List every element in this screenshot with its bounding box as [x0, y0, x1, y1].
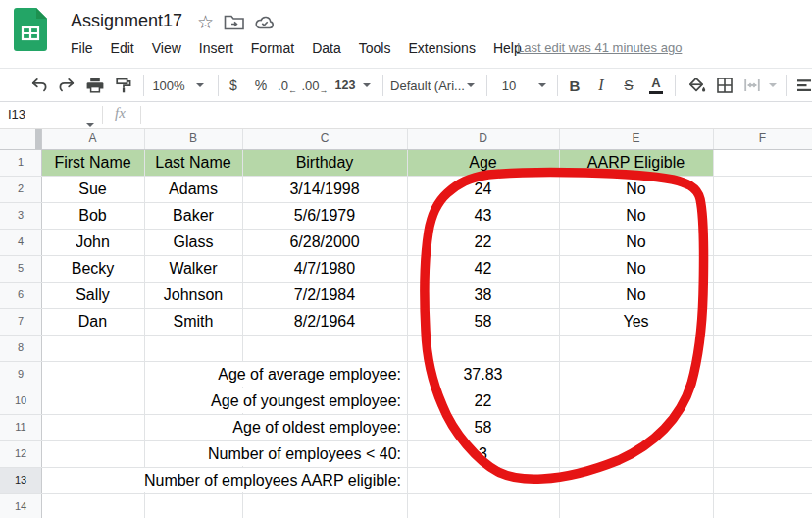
menu-extensions[interactable]: Extensions	[399, 38, 483, 58]
font-size-caret-icon[interactable]	[538, 83, 546, 87]
column-header-c[interactable]: C	[243, 129, 406, 149]
undo-button[interactable]	[29, 76, 49, 95]
format-percent-button[interactable]: %	[255, 78, 267, 93]
menu-tools[interactable]: Tools	[350, 38, 400, 58]
cell-b7[interactable]: Smith	[145, 308, 241, 335]
row-header-5[interactable]: 5	[0, 255, 41, 282]
number-format-button[interactable]: 123	[335, 78, 356, 92]
row-header-11[interactable]: 11	[0, 414, 41, 440]
row-header-6[interactable]: 6	[0, 282, 41, 308]
row-header-2[interactable]: 2	[0, 176, 41, 202]
cell-d11[interactable]: 58	[408, 414, 558, 440]
number-format-caret-icon[interactable]	[363, 83, 371, 87]
star-icon[interactable]: ☆	[197, 11, 214, 33]
cell-d10[interactable]: 22	[408, 388, 558, 414]
cell-d6[interactable]: 38	[408, 282, 558, 308]
format-currency-button[interactable]: $	[229, 78, 237, 93]
name-box[interactable]: I13	[8, 102, 25, 128]
cell-c1[interactable]: Birthday	[243, 149, 406, 176]
cell-d1[interactable]: Age	[408, 149, 558, 176]
row-header-8[interactable]: 8	[0, 335, 41, 361]
cell-d4[interactable]: 22	[408, 229, 558, 255]
row-header-9[interactable]: 9	[0, 361, 41, 388]
column-header-b[interactable]: B	[145, 129, 241, 149]
text-color-button[interactable]: A	[649, 77, 663, 94]
row-header-14[interactable]: 14	[0, 493, 41, 518]
cell-d3[interactable]: 43	[408, 202, 558, 229]
cell-e6[interactable]: No	[560, 282, 712, 308]
cell-b4[interactable]: Glass	[145, 229, 241, 255]
cell-c3[interactable]: 5/6/1979	[243, 202, 406, 229]
menu-view[interactable]: View	[143, 38, 190, 58]
sheets-logo-icon[interactable]	[14, 8, 47, 55]
zoom-select[interactable]: 100%	[152, 78, 184, 92]
paint-format-button[interactable]	[114, 76, 133, 95]
summary-label-12[interactable]: Number of employees < 40:	[145, 441, 404, 466]
cell-e3[interactable]: No	[560, 202, 712, 229]
move-to-folder-icon[interactable]	[224, 14, 245, 35]
menu-file[interactable]: File	[62, 38, 102, 58]
row-header-7[interactable]: 7	[0, 308, 41, 335]
menu-insert[interactable]: Insert	[190, 38, 242, 58]
increase-decimal-button[interactable]: .00→	[301, 78, 328, 92]
cell-c2[interactable]: 3/14/1998	[243, 176, 406, 202]
menu-edit[interactable]: Edit	[102, 38, 143, 58]
menu-data[interactable]: Data	[303, 38, 350, 58]
cell-e1[interactable]: AARP Eligible	[560, 149, 712, 176]
cell-b6[interactable]: Johnson	[145, 282, 241, 308]
cell-e7[interactable]: Yes	[560, 308, 712, 335]
document-status-cloud-icon[interactable]	[254, 15, 276, 34]
cell-c6[interactable]: 7/2/1984	[243, 282, 406, 308]
column-header-e[interactable]: E	[560, 129, 712, 149]
summary-label-11[interactable]: Age of oldest employee:	[145, 415, 404, 440]
cell-a5[interactable]: Becky	[42, 255, 143, 282]
column-header-f[interactable]: F	[714, 129, 811, 149]
cell-a3[interactable]: Bob	[42, 202, 143, 229]
summary-label-13[interactable]: Number of employees AARP eligible:	[42, 468, 404, 492]
cell-e2[interactable]: No	[560, 176, 712, 202]
redo-button[interactable]	[57, 76, 76, 95]
fill-color-button[interactable]	[686, 76, 706, 95]
strikethrough-button[interactable]: S	[624, 78, 633, 93]
cell-d12[interactable]: 3	[408, 440, 558, 467]
merge-cells-caret-icon[interactable]	[769, 83, 777, 87]
cell-c4[interactable]: 6/28/2000	[243, 229, 406, 255]
row-header-10[interactable]: 10	[0, 388, 41, 414]
cell-a7[interactable]: Dan	[42, 308, 143, 335]
document-title[interactable]: Assignment17	[71, 11, 182, 31]
cell-d2[interactable]: 24	[408, 176, 558, 202]
column-header-a[interactable]: A	[42, 129, 143, 149]
merge-cells-button[interactable]	[742, 76, 762, 95]
menu-format[interactable]: Format	[242, 38, 303, 58]
row-header-4[interactable]: 4	[0, 229, 41, 255]
font-family-select[interactable]: Default (Ari...	[390, 78, 465, 92]
cell-a4[interactable]: John	[42, 229, 143, 255]
font-family-caret-icon[interactable]	[467, 83, 475, 87]
font-size-select[interactable]: 10	[502, 78, 516, 92]
cell-c5[interactable]: 4/7/1980	[243, 255, 406, 282]
cell-d9[interactable]: 37.83	[408, 361, 558, 388]
cell-b5[interactable]: Walker	[145, 255, 241, 282]
column-header-d[interactable]: D	[408, 129, 558, 149]
borders-button[interactable]	[715, 76, 735, 95]
row-header-12[interactable]: 12	[0, 440, 41, 467]
print-button[interactable]	[85, 76, 105, 95]
cell-c7[interactable]: 8/2/1964	[243, 308, 406, 335]
zoom-caret-icon[interactable]	[196, 83, 204, 87]
formula-input[interactable]	[147, 102, 804, 128]
last-edit-link[interactable]: Last edit was 41 minutes ago	[517, 40, 682, 55]
summary-label-9[interactable]: Age of average employee:	[145, 362, 404, 387]
summary-label-10[interactable]: Age of youngest employee:	[145, 388, 404, 413]
cell-d13[interactable]	[408, 467, 558, 493]
cell-a6[interactable]: Sally	[42, 282, 143, 308]
cell-a1[interactable]: First Name	[42, 149, 143, 176]
cell-b2[interactable]: Adams	[145, 176, 241, 202]
cell-d5[interactable]: 42	[408, 255, 558, 282]
row-header-13[interactable]: 13	[0, 467, 41, 493]
cell-e4[interactable]: No	[560, 229, 712, 255]
cell-e5[interactable]: No	[560, 255, 712, 282]
cell-b1[interactable]: Last Name	[145, 149, 241, 176]
cell-a2[interactable]: Sue	[42, 176, 143, 202]
cell-b3[interactable]: Baker	[145, 202, 241, 229]
decrease-decimal-button[interactable]: .0←	[278, 78, 297, 92]
